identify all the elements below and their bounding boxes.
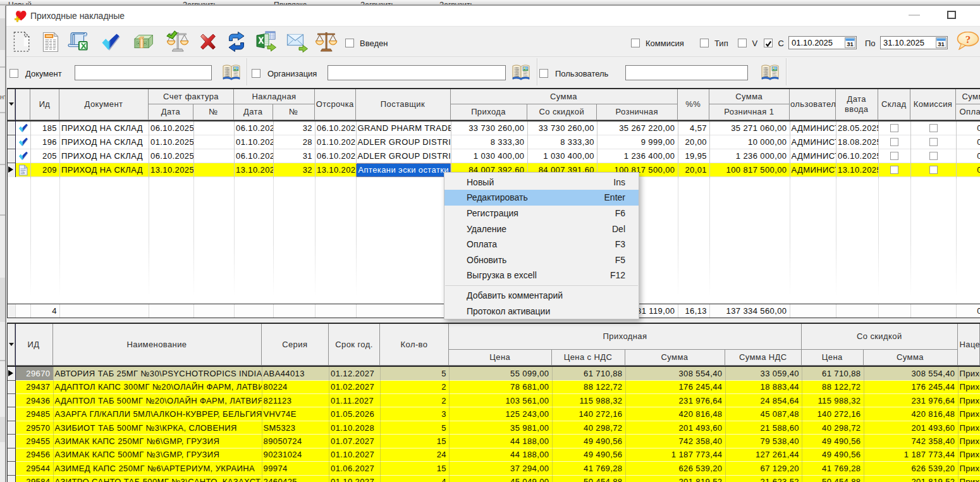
cell-item-markup[interactable]: Приход bbox=[958, 407, 980, 421]
cell-commission-checkbox[interactable] bbox=[929, 124, 938, 132]
cell-item-series[interactable]: VHV74E bbox=[262, 407, 329, 421]
col-header-supplier[interactable]: Поставщик bbox=[356, 89, 451, 120]
cell-item-markup[interactable]: Приход bbox=[958, 462, 980, 475]
cell-user[interactable]: АДМИНИСТРАТОР bbox=[790, 135, 836, 149]
cell-document[interactable]: ПРИХОД НА СКЛАД bbox=[59, 135, 149, 149]
cell-item-expiry[interactable]: 01.05.2026 bbox=[329, 407, 380, 421]
cell-item-sum[interactable]: 420 816,48 bbox=[625, 407, 725, 421]
cell-item-price[interactable]: 35 981,00 bbox=[449, 421, 552, 434]
user-filter-input[interactable] bbox=[625, 65, 748, 80]
cell-invoice_date[interactable]: 06.10.2025 bbox=[149, 121, 193, 135]
cell-item-qty[interactable]: 24 bbox=[380, 448, 449, 461]
menu-item[interactable]: НовыйIns bbox=[444, 175, 639, 190]
cell-item-price[interactable]: 103 561,00 bbox=[449, 393, 552, 407]
cell-item-sum[interactable]: 176 245,44 bbox=[625, 380, 725, 393]
cell-item-sum_vat[interactable]: 45 087,48 bbox=[725, 407, 802, 421]
organization-lookup-button[interactable] bbox=[511, 64, 531, 83]
invoice-row[interactable]: 185 ПРИХОД НА СКЛАД 06.10.2025 06.10.202… bbox=[0, 121, 980, 135]
cell-item-series[interactable]: 90231024 bbox=[262, 448, 329, 461]
v-checkbox[interactable]: V bbox=[738, 39, 758, 48]
cell-item-price[interactable]: 55 099,00 bbox=[449, 367, 552, 380]
cell-item-expiry[interactable]: 01.10.2027 bbox=[329, 448, 380, 461]
cell-retail1[interactable]: 35 271 060,00 bbox=[709, 121, 790, 135]
cell-item-d_sum[interactable]: 308 554,40 bbox=[864, 367, 958, 380]
cell-item-price_vat[interactable]: 49 490,56 bbox=[552, 448, 625, 461]
cell-item-expiry[interactable]: 01.12.2027 bbox=[329, 367, 380, 380]
cell-percent[interactable]: 19,95 bbox=[678, 149, 710, 163]
menu-item[interactable]: РегистрацияF6 bbox=[444, 206, 639, 221]
cell-paid[interactable]: 0 bbox=[956, 121, 980, 135]
col-header-qty[interactable]: Кол-во bbox=[380, 324, 449, 366]
cell-invoice_date[interactable]: 06.10.2025 bbox=[149, 149, 193, 163]
col-header-item-id[interactable]: ИД bbox=[15, 324, 53, 366]
item-row[interactable]: АВТОРИЯ ТАБ 25МГ №30\PSYCHOTROPICS INDIA… bbox=[0, 367, 980, 380]
cell-item-expiry[interactable]: 01.02.2027 bbox=[329, 380, 380, 393]
col-header-percent[interactable]: %% bbox=[678, 89, 710, 120]
cell-item-sum_vat[interactable]: 24 854,64 bbox=[725, 393, 802, 407]
cell-item-markup[interactable]: Приход bbox=[958, 393, 980, 407]
cell-id[interactable]: 185 bbox=[30, 121, 59, 135]
col-header-price[interactable]: Цена bbox=[449, 350, 552, 366]
document-filter-input[interactable] bbox=[75, 65, 212, 80]
cell-retail[interactable]: 35 267 220,00 bbox=[597, 121, 678, 135]
col-header-price-vat[interactable]: Цена с НДС bbox=[552, 350, 625, 366]
col-header-expiry[interactable]: Срок год. bbox=[329, 324, 380, 366]
invoice-row[interactable]: 205 ПРИХОД НА СКЛАД 06.10.2025 06.10.202… bbox=[0, 149, 980, 163]
col-header-waybill-no[interactable]: № bbox=[273, 104, 315, 120]
cell-commission-checkbox[interactable] bbox=[929, 166, 938, 174]
cell-item-id[interactable]: 29544 bbox=[15, 462, 53, 475]
cell-item-name[interactable]: АВТОРИЯ ТАБ 25МГ №30\PSYCHOTROPICS INDIA bbox=[53, 367, 262, 380]
menu-item[interactable]: Протокол активации bbox=[444, 303, 639, 319]
cell-paid[interactable]: 0 bbox=[956, 135, 980, 149]
cell-item-markup[interactable]: Приход bbox=[958, 367, 980, 380]
cell-item-markup[interactable]: Приход bbox=[958, 435, 980, 448]
cell-item-d_sum[interactable]: 201 819,52 bbox=[864, 475, 958, 482]
cell-item-markup[interactable]: Приход bbox=[958, 421, 980, 434]
payment-button[interactable] bbox=[130, 30, 157, 56]
checkbox[interactable] bbox=[631, 39, 640, 47]
cell-user[interactable]: АДМИНИСТРАТОР bbox=[790, 163, 836, 177]
cell-invoice_no[interactable] bbox=[193, 149, 234, 163]
cell-retail[interactable]: 1 236 400,00 bbox=[597, 149, 678, 163]
commission-checkbox[interactable]: Коммисия bbox=[631, 39, 684, 48]
col-group-incoming[interactable]: Приходная bbox=[449, 324, 802, 350]
cell-item-d_price[interactable]: 115 988,32 bbox=[802, 393, 864, 407]
cell-item-d_price[interactable]: 41 769,28 bbox=[802, 462, 864, 475]
cell-waybill_no[interactable]: 32 bbox=[273, 121, 315, 135]
col-group-sum2[interactable]: Сумма bbox=[709, 89, 790, 105]
cell-item-d_sum[interactable]: 231 976,64 bbox=[864, 393, 958, 407]
cell-document[interactable]: ПРИХОД НА СКЛАД bbox=[59, 149, 149, 163]
cell-item-price[interactable]: 45 049,00 bbox=[449, 475, 552, 482]
col-header-discounted[interactable]: Со скидкой bbox=[527, 104, 597, 120]
cell-item-name[interactable]: АЗАРГА ГЛ/КАПЛИ 5МЛ\АЛКОН-КУВРЕР, БЕЛЬГИ… bbox=[53, 407, 262, 421]
calendar-to-button[interactable]: 31 bbox=[936, 37, 946, 48]
minimize-button[interactable] bbox=[909, 15, 920, 16]
cell-item-markup[interactable]: Приход bbox=[958, 380, 980, 393]
cell-waybill_no[interactable]: 28 bbox=[273, 135, 315, 149]
verify-button[interactable] bbox=[164, 30, 192, 56]
cell-item-qty[interactable]: 2 bbox=[380, 380, 449, 393]
user-lookup-button[interactable] bbox=[760, 64, 780, 83]
cell-item-price[interactable]: 37 294,00 bbox=[449, 462, 552, 475]
cell-item-d_sum[interactable]: 420 816,48 bbox=[864, 407, 958, 421]
cell-entry_date[interactable]: 06.10.2025 bbox=[836, 149, 878, 163]
cell-item-id[interactable]: 29437 bbox=[15, 380, 53, 393]
document-filter-checkbox[interactable]: Документ bbox=[9, 69, 62, 78]
item-row[interactable]: 29485 АЗАРГА ГЛ/КАПЛИ 5МЛ\АЛКОН-КУВРЕР, … bbox=[0, 407, 980, 421]
maximize-button[interactable] bbox=[947, 11, 956, 19]
cell-item-d_price[interactable]: 49 490,56 bbox=[802, 448, 864, 461]
cell-item-sum[interactable]: 201 819,52 bbox=[625, 475, 725, 482]
cell-commission-checkbox[interactable] bbox=[929, 138, 938, 146]
col-group-waybill[interactable]: Накладная bbox=[234, 89, 315, 105]
col-header-id[interactable]: Ид bbox=[30, 89, 59, 120]
cell-item-expiry[interactable]: 01.11.2027 bbox=[329, 393, 380, 407]
organization-filter-input[interactable] bbox=[328, 65, 506, 80]
menu-item[interactable]: ОбновитьF5 bbox=[444, 252, 639, 268]
item-row[interactable]: 29570 АЗИБИОТ ТАБ 500МГ №3\КРКА, СЛОВЕНИ… bbox=[0, 421, 980, 434]
type-checkbox[interactable]: Тип bbox=[700, 39, 728, 48]
col-header-name[interactable]: Наименование bbox=[53, 324, 262, 366]
cell-item-price[interactable]: 78 681,00 bbox=[449, 380, 552, 393]
cell-discounted[interactable]: 33 730 260,00 bbox=[527, 121, 597, 135]
report-button[interactable] bbox=[37, 30, 64, 56]
cell-warehouse-checkbox[interactable] bbox=[890, 152, 898, 160]
